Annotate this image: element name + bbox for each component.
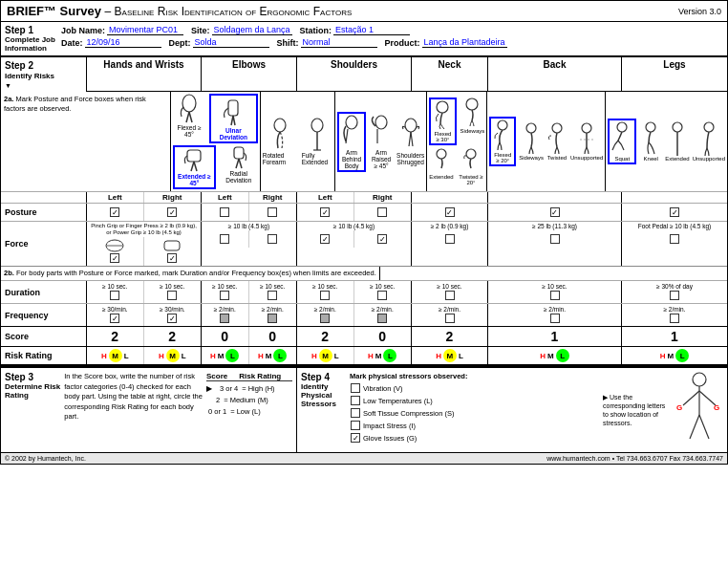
force-label: Force (1, 222, 87, 266)
legs-duration-checkbox[interactable] (670, 291, 679, 300)
step1-label: Step 1 Complete Job Information (5, 25, 57, 53)
svg-point-23 (437, 101, 448, 113)
hw-freq-left-checkbox[interactable] (110, 314, 119, 323)
shoulder-lr: Left Right (297, 192, 412, 203)
vibration-checkbox[interactable] (351, 383, 360, 393)
elbow-force-left-checkbox[interactable] (220, 234, 229, 244)
shoulder-raised-icon (370, 115, 393, 149)
legs-squat-icon (610, 121, 633, 156)
elbow-postures: Rotated Forearm Fully Extended (261, 92, 335, 191)
brief-title: BRIEF™ Survey (7, 4, 101, 18)
shoulder-shrug-icon (399, 118, 422, 152)
legs-unsupported-icon (697, 121, 720, 156)
elbow-score-left: 0 (202, 327, 249, 346)
back-flexed-icon (492, 119, 513, 152)
job-name-field: Job Name: Movimentar PC01 (61, 25, 183, 35)
hw-duration-right-checkbox[interactable] (167, 291, 177, 300)
elbow-posture-left-checkbox[interactable] (220, 207, 229, 217)
elbow-risk-left: H M L (202, 347, 249, 364)
neck-posture-checkbox[interactable] (445, 207, 455, 217)
soft-tissue-checkbox[interactable] (351, 408, 360, 418)
product-field: Product: Lança da Plantadeira (385, 37, 507, 48)
back-freq-checkbox[interactable] (550, 314, 560, 323)
hw-force-right-checkbox[interactable] (167, 253, 177, 263)
lr-header-row: Left Right Left Right Left Right (1, 191, 727, 203)
step1-row1: Job Name: Movimentar PC01 Site: Soldagem… (61, 25, 723, 35)
step3-section: Step 3 Determine Risk Rating In the Scor… (1, 368, 297, 452)
step1-fields: Job Name: Movimentar PC01 Site: Soldagem… (61, 25, 723, 48)
step2-section: Step 2 Identify Risks ▼ Hands and Wrists… (1, 57, 727, 366)
elbow-duration-left-checkbox[interactable] (220, 291, 229, 300)
svg-line-22 (411, 132, 413, 146)
neck-duration-checkbox[interactable] (445, 291, 455, 300)
shoulder-risk-right: H M L (354, 347, 412, 364)
legs-freq-checkbox[interactable] (670, 314, 679, 323)
svg-point-13 (311, 119, 323, 132)
svg-point-30 (582, 123, 591, 133)
neck-postures: Flexed ≥ 30° Sideways (427, 92, 487, 191)
hw-force-left-checkbox[interactable] (110, 253, 119, 263)
posture-images-row: 2a. Mark Posture and Force boxes when ri… (1, 92, 727, 191)
body-parts-headers: Hands and Wrists Elbows Shoulders Neck B… (87, 57, 727, 92)
hw-duration-left-checkbox[interactable] (110, 291, 119, 300)
hw-ulnar-highlighted: Ulnar Deviation (209, 94, 258, 143)
svg-point-40 (693, 373, 706, 386)
shoulder-posture-right-checkbox[interactable] (377, 207, 387, 217)
back-duration-checkbox[interactable] (550, 291, 560, 300)
shoulder-postures: Arm Behind Body Arm Raised ≥ 45° (335, 92, 427, 191)
step1-row2: Date: 12/09/16 Dept: Solda Shift: Normal… (61, 37, 723, 48)
svg-line-45 (699, 415, 709, 439)
elbow-rotated-icon (268, 118, 291, 152)
elbow-duration-right-checkbox[interactable] (268, 291, 277, 300)
low-temp-checkbox[interactable] (351, 396, 360, 405)
elbow-freq-left-checkbox[interactable] (220, 314, 229, 323)
svg-line-11 (239, 159, 242, 168)
neck-score: 2 (412, 327, 488, 346)
neck-force-checkbox[interactable] (445, 234, 455, 244)
shoulder-posture-left-checkbox[interactable] (320, 207, 330, 217)
hw-posture-right-checkbox[interactable] (167, 207, 177, 217)
step2-header-row: Step 2 Identify Risks ▼ Hands and Wrists… (1, 57, 727, 92)
back-posture-checkbox[interactable] (550, 207, 560, 217)
hw-freq-right-checkbox[interactable] (167, 314, 177, 323)
shoulder-duration-left-checkbox[interactable] (320, 291, 330, 300)
posture-label: Posture (1, 204, 87, 221)
elbow-extended-icon (306, 118, 329, 152)
bottom-section: Step 3 Determine Risk Rating In the Scor… (1, 366, 727, 452)
shoulder-score-left: 2 (297, 327, 354, 346)
neck-no-lr (412, 192, 488, 203)
legs-force-checkbox[interactable] (670, 234, 679, 244)
impact-checkbox[interactable] (351, 421, 360, 430)
shoulder-freq-left-checkbox[interactable] (320, 314, 330, 323)
hw-extended-icon (182, 148, 206, 173)
back-postures: Flexed ≥ 20° Sideways (487, 92, 606, 191)
shoulder-force-left-checkbox[interactable] (320, 234, 330, 244)
body-stressor-figure: G G (675, 372, 723, 448)
svg-rect-9 (234, 147, 244, 159)
hw-risk-right: H M L (144, 347, 202, 364)
svg-point-18 (375, 116, 387, 129)
elbow-posture-right-checkbox[interactable] (268, 207, 277, 217)
risk-rating-label: Risk Rating (1, 347, 87, 364)
elbow-freq-right-checkbox[interactable] (268, 314, 277, 323)
hw-posture-cells (87, 204, 202, 221)
elbow-score-right: 0 (249, 327, 297, 346)
shoulder-force-right-checkbox[interactable] (377, 234, 387, 244)
posture-data-row: Posture (1, 203, 727, 221)
back-risk: H M L (488, 347, 622, 364)
hw-score-left: 2 (87, 327, 144, 346)
footer: © 2002 by Humantech, Inc. www.humantech.… (1, 452, 727, 464)
back-force-checkbox[interactable] (550, 234, 560, 244)
neck-freq-checkbox[interactable] (445, 314, 455, 323)
glove-checkbox[interactable] (351, 433, 360, 443)
legs-posture-checkbox[interactable] (670, 207, 679, 217)
svg-point-28 (526, 123, 536, 133)
version-label: Version 3.0 (678, 7, 721, 16)
2b-row: 2b. For body parts with Posture or Force… (1, 266, 727, 280)
main-container: BRIEF™ Survey – Baseline Risk Identifica… (0, 0, 728, 465)
svg-point-24 (466, 98, 478, 110)
hw-posture-left-checkbox[interactable] (110, 207, 119, 217)
elbow-force-right-checkbox[interactable] (268, 234, 277, 244)
shoulder-freq-right-checkbox[interactable] (377, 314, 387, 323)
shoulder-duration-right-checkbox[interactable] (377, 291, 387, 300)
